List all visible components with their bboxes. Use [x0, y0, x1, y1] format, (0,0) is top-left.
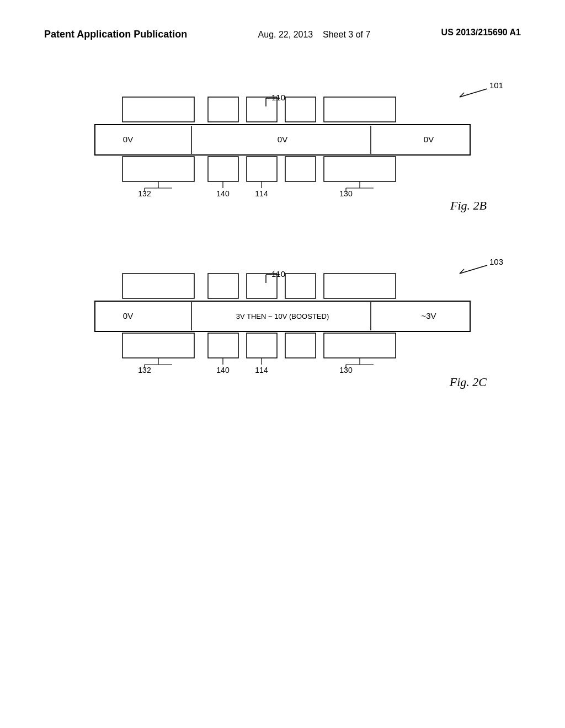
patent-page: Patent Application Publication Aug. 22, …	[0, 0, 565, 728]
svg-text:132: 132	[138, 189, 151, 196]
svg-rect-37	[208, 274, 238, 298]
svg-rect-36	[122, 274, 194, 298]
svg-rect-4	[122, 97, 194, 122]
header-date: Aug. 22, 2013	[258, 30, 313, 39]
svg-rect-8	[324, 97, 396, 122]
svg-text:114: 114	[255, 189, 268, 196]
svg-text:130: 130	[339, 189, 353, 196]
svg-text:140: 140	[216, 189, 230, 196]
svg-text:114: 114	[255, 366, 268, 373]
ref-101-label: 101	[454, 86, 514, 103]
svg-text:3V THEN ~ 10V (BOOSTED): 3V THEN ~ 10V (BOOSTED)	[236, 312, 329, 320]
svg-rect-48	[208, 333, 238, 358]
svg-rect-16	[208, 157, 238, 181]
ref-103-label: 103	[454, 263, 514, 279]
svg-rect-49	[247, 333, 277, 358]
svg-rect-40	[324, 274, 396, 298]
header-patent-number: US 2013/215690 A1	[441, 28, 521, 38]
header-title: Patent Application Publication	[44, 28, 187, 41]
svg-text:~3V: ~3V	[421, 311, 436, 320]
svg-rect-5	[208, 97, 238, 122]
header-sheet: Sheet 3 of 7	[323, 30, 370, 39]
svg-rect-17	[247, 157, 277, 181]
svg-rect-15	[122, 157, 194, 181]
svg-rect-47	[122, 333, 194, 358]
ref-110-label-2c: 110	[263, 269, 296, 287]
svg-text:0V: 0V	[123, 135, 133, 144]
fig2b-label: Fig. 2B	[450, 199, 487, 213]
svg-text:0V: 0V	[278, 135, 287, 144]
fig2c-label: Fig. 2C	[450, 375, 487, 389]
svg-rect-19	[324, 157, 396, 181]
header-date-sheet: Aug. 22, 2013 Sheet 3 of 7	[258, 28, 371, 42]
svg-rect-18	[285, 157, 316, 181]
svg-text:0V: 0V	[424, 135, 434, 144]
fig2b-section: 101 110 0V	[67, 92, 498, 196]
svg-text:132: 132	[138, 366, 151, 373]
svg-text:0V: 0V	[123, 311, 133, 320]
svg-text:130: 130	[339, 366, 353, 373]
ref-110-label-2b: 110	[263, 93, 296, 111]
svg-rect-50	[285, 333, 316, 358]
svg-rect-51	[324, 333, 396, 358]
fig2c-section: 103 110 0V 3V THEN ~ 10V (BOOSTED)	[67, 268, 498, 373]
page-header: Patent Application Publication Aug. 22, …	[0, 0, 565, 42]
svg-text:140: 140	[216, 366, 230, 373]
